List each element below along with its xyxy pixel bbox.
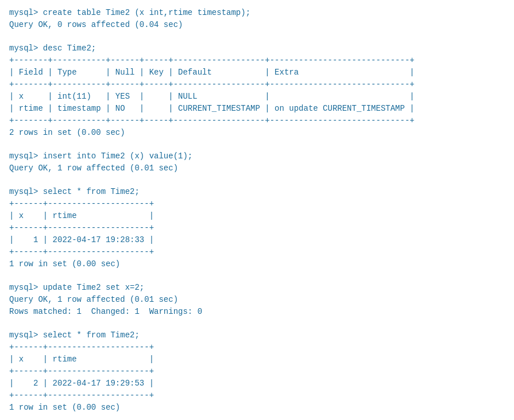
terminal-output: mysql> create table Time2 (x int,rtime t… — [9, 7, 505, 414]
terminal-line: 1 row in set (0.00 sec) — [9, 402, 505, 414]
terminal-line: mysql> create table Time2 (x int,rtime t… — [9, 7, 505, 19]
terminal-line: 2 rows in set (0.00 sec) — [9, 127, 505, 139]
terminal-line: +-------+-----------+------+-----+------… — [9, 79, 505, 91]
terminal-line: +-------+-----------+------+-----+------… — [9, 55, 505, 67]
terminal-line: 1 row in set (0.00 sec) — [9, 258, 505, 270]
terminal-line: mysql> insert into Time2 (x) value(1); — [9, 150, 505, 162]
terminal-line: Query OK, 1 row affected (0.01 sec) — [9, 294, 505, 306]
terminal-line: Rows matched: 1 Changed: 1 Warnings: 0 — [9, 306, 505, 318]
terminal-line: +------+---------------------+ — [9, 246, 505, 258]
blank-line — [9, 274, 505, 282]
terminal-block-3: mysql> select * from Time2;+------+-----… — [9, 186, 505, 270]
terminal-line: +-------+-----------+------+-----+------… — [9, 115, 505, 127]
terminal-line: mysql> update Time2 set x=2; — [9, 282, 505, 294]
terminal-line: | 2 | 2022-04-17 19:29:53 | — [9, 378, 505, 390]
terminal-line: +------+---------------------+ — [9, 365, 505, 378]
terminal-block-5: mysql> select * from Time2;+------+-----… — [9, 329, 505, 414]
blank-line — [9, 178, 505, 186]
terminal-line: +------+---------------------+ — [9, 222, 505, 234]
terminal-line: | x | rtime | — [9, 353, 505, 365]
terminal-line: | rtime | timestamp | NO | | CURRENT_TIM… — [9, 103, 505, 115]
terminal-block-1: mysql> desc Time2;+-------+-----------+-… — [9, 42, 505, 139]
terminal-block-0: mysql> create table Time2 (x int,rtime t… — [9, 7, 505, 31]
terminal-line: +------+---------------------+ — [9, 390, 505, 402]
blank-line — [9, 34, 505, 42]
terminal-line: +------+---------------------+ — [9, 341, 505, 353]
terminal-line: Query OK, 0 rows affected (0.04 sec) — [9, 19, 505, 31]
blank-line — [9, 321, 505, 329]
terminal-block-4: mysql> update Time2 set x=2;Query OK, 1 … — [9, 282, 505, 318]
terminal-line: mysql> select * from Time2; — [9, 329, 505, 341]
terminal-block-2: mysql> insert into Time2 (x) value(1);Qu… — [9, 150, 505, 174]
terminal-line: | x | rtime | — [9, 210, 505, 222]
blank-line — [9, 142, 505, 150]
terminal-line: +------+---------------------+ — [9, 198, 505, 210]
terminal-line: Query OK, 1 row affected (0.01 sec) — [9, 162, 505, 174]
terminal-line: | Field | Type | Null | Key | Default | … — [9, 67, 505, 79]
terminal-line: mysql> select * from Time2; — [9, 186, 505, 198]
terminal-line: | 1 | 2022-04-17 19:28:33 | — [9, 234, 505, 246]
terminal-line: | x | int(11) | YES | | NULL | | — [9, 91, 505, 103]
terminal-line: mysql> desc Time2; — [9, 42, 505, 55]
